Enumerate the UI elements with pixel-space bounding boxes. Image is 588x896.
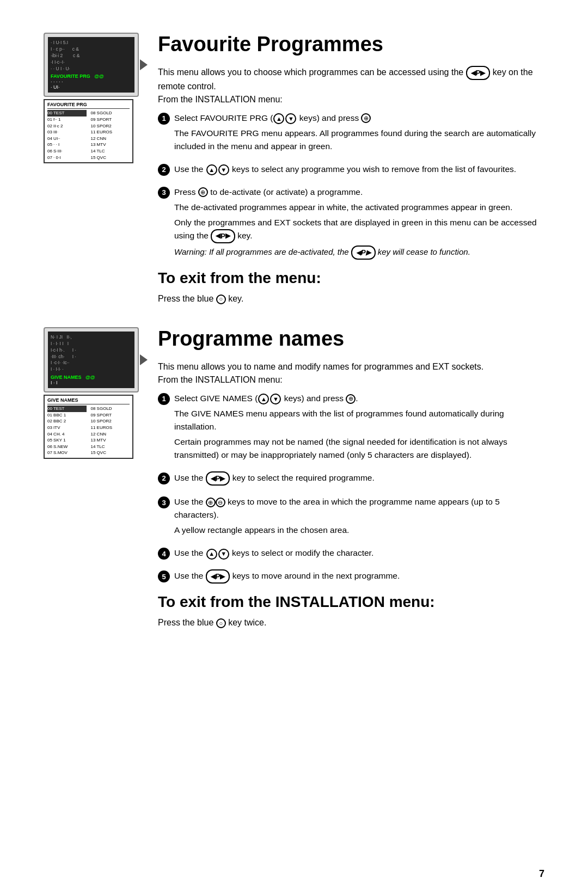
fav-exit-title: To exit from the menu: bbox=[158, 269, 544, 287]
names-tv: N· I JI II·, I · I· I I I I·c·I h·. I · … bbox=[44, 327, 139, 459]
names-col2: 08 SGOLD 09 SPORT 10 SPOR2 11 EUROS 12 C… bbox=[91, 406, 130, 456]
down-key2: ▼ bbox=[218, 164, 229, 175]
names-row: 08 SGOLD bbox=[91, 406, 130, 412]
names-title: Programme names bbox=[158, 327, 544, 351]
names-row: 15 QVC bbox=[91, 450, 130, 456]
favourite-tv: · I U·I 5.I I · c p·· c & ·ibi·i 2 c & ·… bbox=[44, 33, 139, 163]
step-1-content: Select FAVOURITE PRG (▲▼ keys) and press… bbox=[174, 112, 544, 155]
fav-prg-sub2: · UI· bbox=[51, 84, 132, 90]
names-step-5-circle: 5 bbox=[158, 570, 170, 582]
names-row: 13 MTV bbox=[91, 437, 130, 444]
ok-key2: ⊕ bbox=[198, 187, 208, 197]
programme-names-section: N· I JI II·, I · I· I I I I·c·I h·. I · … bbox=[44, 327, 544, 635]
names-main-content: Programme names This menu allows you to … bbox=[158, 327, 544, 635]
names-row: 06 S.NEW bbox=[47, 444, 87, 450]
names-step-4: 4 Use the ▲▼ keys to select or modify th… bbox=[158, 547, 544, 562]
names-step-2: 2 Use the ◀ P ▶ key to select the requir… bbox=[158, 471, 544, 488]
names-step-2-circle: 2 bbox=[158, 472, 170, 484]
names-row: 05 SKY 1 bbox=[47, 437, 87, 444]
fav-row: 00 TEST bbox=[47, 110, 87, 116]
favourite-main-content: Favourite Programmes This menu allows yo… bbox=[158, 33, 544, 311]
names-step-4-content: Use the ▲▼ keys to select or modify the … bbox=[174, 547, 544, 562]
page-number: 7 bbox=[539, 868, 544, 880]
ok-key3: ⊕ bbox=[346, 394, 356, 404]
fav-step-3: 3 Press ⊕ to de-activate (or activate) a… bbox=[158, 186, 544, 262]
blue-key2: ○ bbox=[216, 618, 226, 628]
tv-screen: · I U·I 5.I I · c p·· c & ·ibi·i 2 c & ·… bbox=[48, 37, 134, 93]
down-key4: ▼ bbox=[218, 549, 229, 560]
names-tv-panel: N· I JI II·, I · I· I I I I·c·I h·. I · … bbox=[44, 327, 144, 470]
fav-row: 15 QVC bbox=[91, 155, 130, 161]
give-names-label: GIVE NAMES @@ bbox=[51, 375, 132, 380]
names-step-3-content: Use the ⊕⊖ keys to move to the area in w… bbox=[174, 495, 544, 539]
fav-menu-box: FAVOURITE PRG 00 TEST 01 f·· 1 02 II·c 2… bbox=[44, 99, 133, 163]
tv-outer-frame: · I U·I 5.I I · c p·· c & ·ibi·i 2 c & ·… bbox=[44, 33, 139, 97]
up-key4: ▲ bbox=[206, 549, 217, 560]
names-intro: This menu allows you to name and modify … bbox=[158, 360, 544, 386]
names-row: 02 BBC 2 bbox=[47, 418, 87, 425]
fav-row: 14 TLC bbox=[91, 148, 130, 155]
fav-prg-sub: · · · · · bbox=[51, 79, 132, 84]
fav-prg-label: FAVOURITE PRG @@ bbox=[51, 73, 132, 79]
fav-row: 07 · 0·I bbox=[47, 155, 87, 161]
names-tv-screen: N· I JI II·, I · I· I I I I·c·I h·. I · … bbox=[48, 332, 134, 388]
fav-row: 01 f·· 1 bbox=[47, 116, 87, 123]
names-menu-box: GIVE NAMES 00 TEST 01 BBC 1 02 BBC 2 03 … bbox=[44, 395, 133, 459]
up-key: ▲ bbox=[273, 113, 284, 124]
names-row: 01 BBC 1 bbox=[47, 412, 87, 419]
names-step-4-circle: 4 bbox=[158, 548, 170, 560]
fav-menu-title: FAVOURITE PRG bbox=[47, 102, 130, 109]
names-col1: 00 TEST 01 BBC 1 02 BBC 2 03 ITV 04 CH. … bbox=[47, 406, 87, 456]
step-3-circle: 3 bbox=[158, 187, 170, 199]
names-step-3-circle: 3 bbox=[158, 496, 170, 508]
down-key3: ▼ bbox=[270, 394, 281, 404]
ok-key: ⊕ bbox=[361, 113, 371, 123]
names-exit-text: Press the blue ○ key twice. bbox=[158, 616, 544, 629]
step-2-content: Use the ▲▼ keys to select any programme … bbox=[174, 163, 544, 178]
back-key: ⊖ bbox=[216, 498, 225, 507]
names-row: 04 CH. 4 bbox=[47, 431, 87, 438]
names-row: 07 S.MOV bbox=[47, 450, 87, 456]
tv-arrow bbox=[140, 59, 148, 70]
names-exit-title: To exit from the INSTALLATION menu: bbox=[158, 593, 544, 611]
names-row: 10 SPOR2 bbox=[91, 418, 130, 425]
fav-row: 13 MTV bbox=[91, 142, 130, 148]
names-menu-cols: 00 TEST 01 BBC 1 02 BBC 2 03 ITV 04 CH. … bbox=[47, 406, 130, 456]
names-row: 00 TEST bbox=[47, 406, 87, 412]
names-menu-title: GIVE NAMES bbox=[47, 397, 130, 404]
fav-row: 08 SGOLD bbox=[91, 110, 130, 116]
fav-row: 11 EUROS bbox=[91, 129, 130, 136]
up-key2: ▲ bbox=[206, 164, 217, 175]
fav-step-1: 1 Select FAVOURITE PRG (▲▼ keys) and pre… bbox=[158, 112, 544, 155]
ok-key4: ⊕ bbox=[206, 498, 216, 507]
fav-col2: 08 SGOLD 09 SPORT 10 SPOR2 11 EUROS 12 C… bbox=[91, 110, 130, 161]
p-key3: ◀ P ▶ bbox=[351, 246, 376, 260]
names-row: 14 TLC bbox=[91, 444, 130, 450]
fav-row: 12 CNN bbox=[91, 136, 130, 142]
give-names-sub: I · I bbox=[51, 380, 132, 385]
fav-row: 05 · · I bbox=[47, 142, 87, 148]
names-step-2-content: Use the ◀ P ▶ key to select the required… bbox=[174, 471, 544, 488]
names-row: 12 CNN bbox=[91, 431, 130, 438]
names-tv-arrow bbox=[140, 354, 148, 365]
down-key: ▼ bbox=[285, 113, 296, 124]
up-key3: ▲ bbox=[258, 394, 269, 404]
favourite-section: · I U·I 5.I I · c p·· c & ·ibi·i 2 c & ·… bbox=[44, 33, 544, 311]
p-key: ◀ P ▶ bbox=[466, 66, 491, 80]
names-step-5-content: Use the ◀ P ▶ keys to move around in the… bbox=[174, 569, 544, 586]
names-row: 11 EUROS bbox=[91, 425, 130, 431]
favourite-intro: This menu allows you to choose which pro… bbox=[158, 66, 544, 106]
p-key2: ◀ P ▶ bbox=[211, 229, 235, 243]
fav-row: 06 S·III· bbox=[47, 148, 87, 155]
names-screen-lines: N· I JI II·, I · I· I I I I·c·I h·. I · … bbox=[51, 334, 132, 373]
fav-exit-text: Press the blue ○ key. bbox=[158, 292, 544, 305]
p-key4: ◀ P ▶ bbox=[206, 471, 230, 486]
fav-row: 03 III· bbox=[47, 129, 87, 136]
names-step-5: 5 Use the ◀ P ▶ keys to move around in t… bbox=[158, 569, 544, 586]
favourite-title: Favourite Programmes bbox=[158, 33, 544, 56]
fav-menu-cols: 00 TEST 01 f·· 1 02 II·c 2 03 III· 04 UI… bbox=[47, 110, 130, 161]
p-key5: ◀ P ▶ bbox=[206, 569, 230, 584]
fav-row: 02 II·c 2 bbox=[47, 123, 87, 130]
blue-key: ○ bbox=[216, 294, 226, 304]
tv-screen-lines: · I U·I 5.I I · c p·· c & ·ibi·i 2 c & ·… bbox=[51, 40, 132, 72]
